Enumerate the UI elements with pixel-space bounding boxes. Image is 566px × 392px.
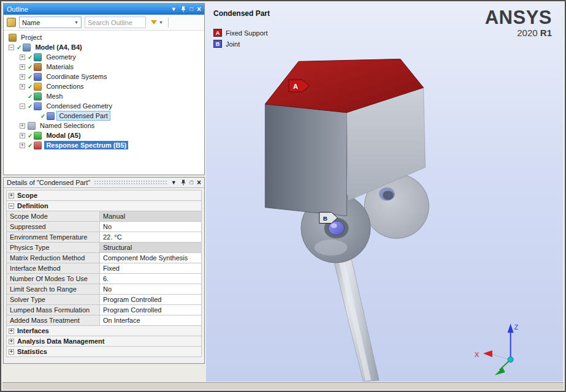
pin-icon[interactable] — [180, 6, 186, 12]
tree-item-named-selections[interactable]: + Named Selections — [4, 121, 204, 130]
collapse-icon[interactable]: − — [9, 203, 14, 209]
outline-panel: Outline ▼ □ × Name ▼ ▼ Pr — [3, 3, 205, 175]
tree-item-label: Materials — [44, 62, 75, 71]
chevron-down-icon: ▼ — [159, 20, 163, 24]
collapse-icon[interactable]: − — [9, 45, 14, 50]
tree-item-geometry[interactable]: + ✓ Geometry — [4, 52, 204, 62]
tree-item-connections[interactable]: + ✓ Connections — [4, 81, 204, 91]
property-label: Environment Temperature — [7, 232, 100, 243]
details-panel: Details of "Condensed Part" ▼ □ × +Scope… — [3, 177, 205, 364]
expand-icon[interactable]: + — [9, 339, 14, 344]
tree-item-project[interactable]: Project — [4, 32, 204, 42]
maximize-icon[interactable]: □ — [190, 6, 193, 12]
check-icon: ✓ — [28, 83, 33, 90]
details-row-lumped-mass: Lumped Mass Formulation Program Controll… — [7, 305, 202, 315]
expand-icon[interactable]: + — [20, 123, 25, 129]
property-value[interactable]: Structural — [100, 243, 202, 253]
details-section-interfaces[interactable]: +Interfaces — [7, 326, 202, 336]
triad[interactable]: Z X — [475, 323, 519, 375]
expand-icon[interactable]: + — [20, 55, 25, 60]
tree-item-mesh[interactable]: ✓ Mesh — [4, 91, 204, 101]
expand-icon[interactable]: + — [9, 328, 14, 334]
expand-icon[interactable]: + — [20, 64, 25, 70]
viewport-title: Condensed Part — [213, 9, 270, 18]
y-axis-arrow[interactable] — [495, 368, 505, 375]
expand-icon[interactable]: + — [20, 133, 25, 138]
ansys-logo: ANSYS 2020 R1 — [485, 8, 552, 38]
expand-icon[interactable]: + — [9, 193, 14, 198]
outline-toolbar: Name ▼ ▼ — [4, 15, 204, 31]
close-icon[interactable]: × — [197, 6, 201, 12]
property-value[interactable]: No — [100, 222, 202, 232]
property-value[interactable]: 22. °C — [100, 232, 202, 243]
tree-item-condensed-geometry[interactable]: − ✓ Condensed Geometry — [4, 101, 204, 111]
tree-item-model[interactable]: − ✓ Model (A4, B4) — [4, 42, 204, 52]
search-outline-input[interactable] — [85, 17, 146, 28]
legend-label: Fixed Support — [226, 29, 267, 37]
check-icon: ✓ — [17, 44, 21, 51]
property-value[interactable]: 6. — [100, 274, 202, 284]
property-value[interactable]: Program Controlled — [100, 295, 202, 305]
property-value[interactable]: Program Controlled — [100, 305, 202, 315]
details-section-definition[interactable]: −Definition — [7, 201, 202, 211]
outline-header[interactable]: Outline ▼ □ × — [4, 4, 204, 15]
expand-icon[interactable]: + — [20, 74, 25, 80]
property-label: Added Mass Treatment — [7, 315, 100, 326]
outline-title: Outline — [7, 6, 28, 13]
property-value[interactable]: Component Mode Synthesis — [100, 253, 202, 263]
name-filter-combobox[interactable]: Name ▼ — [19, 17, 82, 28]
tree-item-condensed-part[interactable]: ✓ Condensed Part — [4, 111, 204, 121]
filter-options-button[interactable]: ▼ — [149, 17, 165, 28]
brand-year: 2020 — [517, 28, 537, 38]
expand-icon[interactable]: + — [20, 143, 25, 148]
z-axis-label: Z — [514, 323, 519, 331]
name-filter-value: Name — [22, 19, 40, 26]
tree-item-label: Response Spectrum (B5) — [44, 141, 128, 149]
details-row-interface-method: Interface Method Fixed — [7, 263, 202, 274]
details-section-analysis-data-management[interactable]: +Analysis Data Management — [7, 336, 202, 347]
details-row-matrix-reduction-method: Matrix Reduction Method Component Mode S… — [7, 253, 202, 263]
details-row-solver-type: Solver Type Program Controlled — [7, 295, 202, 305]
check-icon: ✓ — [28, 142, 33, 149]
check-icon: ✓ — [28, 132, 33, 139]
filter-icon[interactable] — [7, 18, 16, 27]
property-value[interactable]: Manual — [100, 211, 202, 222]
triad-origin-ball[interactable] — [508, 357, 513, 363]
expand-icon[interactable]: + — [20, 84, 25, 89]
model-back-hole — [383, 190, 394, 200]
tree-item-response-spectrum[interactable]: + ✓ Response Spectrum (B5) — [4, 140, 204, 150]
tree-item-materials[interactable]: + ✓ Materials — [4, 62, 204, 72]
details-section-scope[interactable]: +Scope — [7, 190, 202, 201]
project-icon — [9, 34, 17, 42]
tree-item-label: Geometry — [44, 53, 77, 61]
response-spectrum-icon — [34, 141, 42, 149]
graphics-viewport[interactable]: A B Z X Condensed Part — [206, 3, 563, 382]
tree-item-label: Named Selections — [38, 121, 96, 130]
tree-item-modal[interactable]: + ✓ Modal (A5) — [4, 130, 204, 140]
maximize-icon[interactable]: □ — [190, 179, 193, 186]
x-axis-arrow[interactable] — [483, 350, 492, 357]
z-axis-arrow[interactable] — [508, 323, 514, 333]
model-canvas[interactable]: A B Z X — [206, 3, 563, 382]
model-lobe-sheen — [315, 239, 348, 255]
tree-item-label: Model (A4, B4) — [33, 43, 83, 51]
chevron-down-icon[interactable]: ▼ — [171, 6, 177, 12]
condensed-geometry-icon — [34, 102, 42, 110]
property-value[interactable]: No — [100, 284, 202, 295]
chevron-down-icon[interactable]: ▼ — [171, 179, 177, 186]
x-axis-label: X — [475, 351, 480, 358]
tree-item-coordinate-systems[interactable]: + ✓ Coordinate Systems — [4, 72, 204, 81]
property-value[interactable]: Fixed — [100, 263, 202, 274]
property-value[interactable]: On Interface — [100, 315, 202, 326]
pin-icon[interactable] — [180, 179, 186, 186]
expand-icon[interactable]: + — [9, 349, 14, 355]
close-icon[interactable]: × — [197, 179, 201, 186]
tree-item-label: Connections — [44, 82, 85, 91]
collapse-icon[interactable]: − — [20, 104, 25, 109]
tree-item-label: Coordinate Systems — [44, 72, 109, 81]
expander-spacer — [20, 94, 25, 99]
details-header[interactable]: Details of "Condensed Part" ▼ □ × — [4, 178, 204, 188]
section-label: Scope — [17, 192, 37, 199]
details-section-statistics[interactable]: +Statistics — [7, 347, 202, 357]
coordinate-systems-icon — [34, 73, 42, 81]
